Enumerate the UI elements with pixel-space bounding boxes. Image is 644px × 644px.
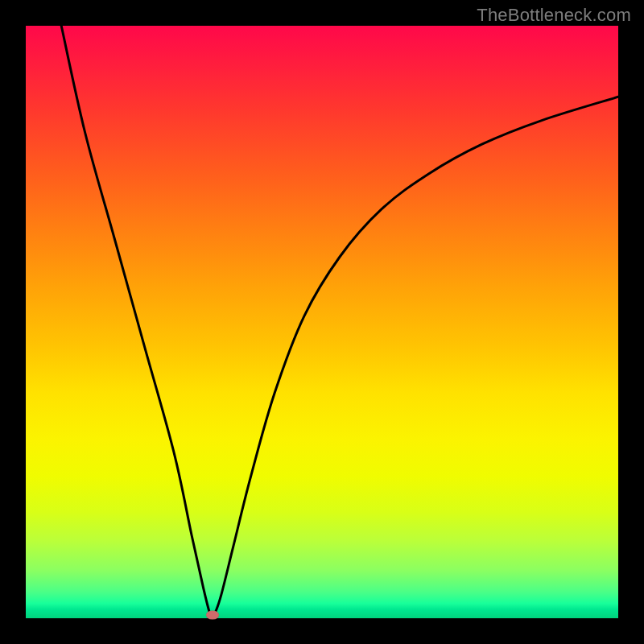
chart-frame: TheBottleneck.com bbox=[0, 0, 644, 644]
plot-area bbox=[26, 26, 618, 618]
minimum-marker bbox=[206, 611, 219, 620]
bottleneck-curve bbox=[26, 26, 618, 618]
curve-path bbox=[61, 26, 618, 618]
watermark-text: TheBottleneck.com bbox=[477, 5, 631, 26]
